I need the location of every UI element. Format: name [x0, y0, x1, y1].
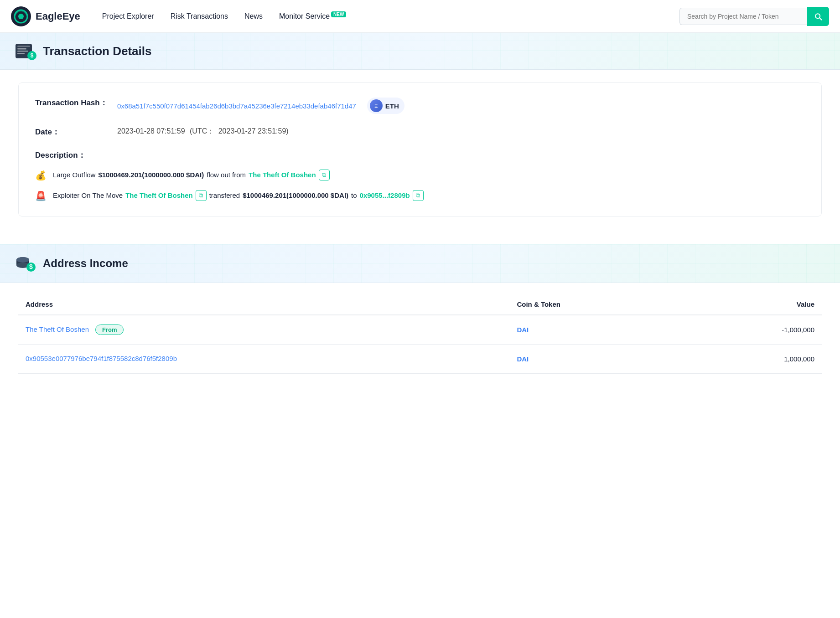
- nav-project-explorer[interactable]: Project Explorer: [102, 12, 154, 21]
- tx-description-label: Description：: [35, 150, 805, 160]
- tx-date-value: 2023-01-28 07:51:59 (UTC： 2023-01-27 23:…: [117, 127, 289, 136]
- table-row: 0x90553e0077976be794f1f875582c8d76f5f280…: [18, 345, 822, 374]
- search-wrap: [679, 7, 829, 26]
- navbar: EagleEye Project Explorer Risk Transacti…: [0, 0, 840, 33]
- copy-exploiter-project-icon[interactable]: ⧉: [196, 190, 207, 201]
- desc-outflow-text: Large Outflow $1000469.201(1000000.000 $…: [53, 170, 330, 180]
- row-coin-link[interactable]: DAI: [517, 355, 529, 363]
- eth-badge: Ξ ETH: [367, 98, 404, 114]
- logo-icon: [11, 6, 31, 26]
- svg-rect-4: [17, 46, 30, 47]
- new-badge: NEW: [331, 11, 346, 17]
- address-income-icon: $: [15, 253, 36, 273]
- table-row: The Theft Of BoshenFromDAI-1,000,000: [18, 315, 822, 345]
- col-value: Value: [682, 294, 822, 315]
- row-value: 1,000,000: [682, 345, 822, 374]
- address-income-table-wrap: Address Coin & Token Value The Theft Of …: [0, 283, 840, 385]
- desc-exploiter-text: Exploiter On The Move The Theft Of Boshe…: [53, 190, 424, 201]
- outflow-icon: 💰: [35, 170, 47, 181]
- tx-date-label: Date：: [35, 127, 117, 137]
- desc-items: 💰 Large Outflow $1000469.201(1000000.000…: [35, 170, 805, 201]
- svg-text:$: $: [29, 263, 33, 270]
- row-value: -1,000,000: [682, 315, 822, 345]
- search-icon: [814, 12, 823, 21]
- exploiter-icon: 🚨: [35, 191, 47, 201]
- tx-hash-link[interactable]: 0x68a51f7c550f077d61454fab26d6b3bd7a4523…: [117, 102, 356, 110]
- row-address-link[interactable]: 0x90553e0077976be794f1f875582c8d76f5f280…: [26, 355, 177, 362]
- tx-description-section: Description： 💰 Large Outflow $1000469.20…: [35, 150, 805, 201]
- search-button[interactable]: [807, 7, 829, 26]
- table-header-row: Address Coin & Token Value: [18, 294, 822, 315]
- svg-rect-5: [17, 48, 26, 50]
- logo-text: EagleEye: [36, 10, 80, 22]
- svg-point-2: [18, 14, 24, 19]
- transaction-details-icon: $: [15, 42, 36, 60]
- desc-exploiter-project-link[interactable]: The Theft Of Boshen: [125, 190, 193, 201]
- col-coin-token: Coin & Token: [509, 294, 682, 315]
- from-badge: From: [95, 324, 124, 335]
- address-income-header: $ Address Income: [0, 244, 840, 283]
- desc-exploiter-address-link[interactable]: 0x9055...f2809b: [360, 190, 410, 201]
- desc-item-exploiter: 🚨 Exploiter On The Move The Theft Of Bos…: [35, 190, 805, 201]
- row-address-link[interactable]: The Theft Of Boshen: [26, 324, 89, 335]
- desc-outflow-project-link[interactable]: The Theft Of Boshen: [249, 170, 316, 180]
- nav-links: Project Explorer Risk Transactions News …: [102, 12, 679, 21]
- col-address: Address: [18, 294, 509, 315]
- address-income-table: Address Coin & Token Value The Theft Of …: [18, 294, 822, 374]
- address-income-section-icon: $: [15, 253, 36, 272]
- row-coin-link[interactable]: DAI: [517, 326, 529, 334]
- address-income-title: Address Income: [43, 257, 128, 270]
- transaction-card: Transaction Hash： 0x68a51f7c550f077d6145…: [18, 82, 822, 216]
- svg-rect-7: [17, 53, 25, 54]
- tx-hash-value: 0x68a51f7c550f077d61454fab26d6b3bd7a4523…: [117, 98, 404, 114]
- tx-date-row: Date： 2023-01-28 07:51:59 (UTC： 2023-01-…: [35, 127, 805, 137]
- svg-point-13: [16, 257, 29, 263]
- svg-rect-6: [17, 51, 28, 52]
- tx-hash-label: Transaction Hash：: [35, 98, 117, 108]
- nav-news[interactable]: News: [244, 12, 263, 21]
- nav-monitor-service[interactable]: Monitor ServiceNEW: [279, 12, 347, 21]
- page-title: Transaction Details: [43, 44, 151, 58]
- logo[interactable]: EagleEye: [11, 6, 80, 26]
- tx-hash-row: Transaction Hash： 0x68a51f7c550f077d6145…: [35, 98, 805, 114]
- desc-item-outflow: 💰 Large Outflow $1000469.201(1000000.000…: [35, 170, 805, 181]
- svg-text:$: $: [31, 52, 34, 59]
- page-header-icon: $: [15, 42, 36, 60]
- copy-outflow-icon[interactable]: ⧉: [319, 170, 330, 180]
- page-header: $ Transaction Details: [0, 33, 840, 70]
- eth-icon: Ξ: [370, 99, 383, 112]
- copy-exploiter-address-icon[interactable]: ⧉: [413, 190, 424, 201]
- search-input[interactable]: [679, 8, 807, 25]
- main-content: Transaction Hash： 0x68a51f7c550f077d6145…: [0, 70, 840, 244]
- nav-risk-transactions[interactable]: Risk Transactions: [171, 12, 228, 21]
